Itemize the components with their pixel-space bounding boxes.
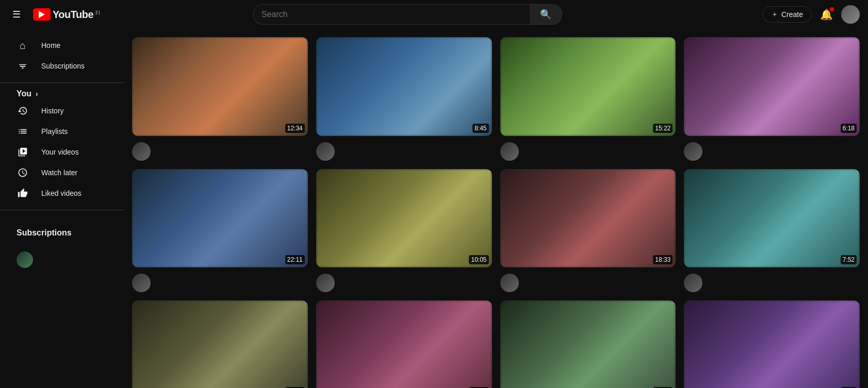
video-card-3[interactable]: 15:22: [500, 37, 676, 161]
video-meta-3: [525, 142, 676, 161]
video-meta-2: [341, 142, 492, 161]
create-label: Create: [781, 10, 803, 19]
channel-avatar-1[interactable]: [132, 142, 151, 161]
playlists-icon: [17, 126, 29, 137]
you-section-title[interactable]: You ›: [17, 89, 107, 98]
video-card-5[interactable]: 22:11: [132, 169, 308, 293]
video-card-11[interactable]: 14:16: [500, 300, 676, 388]
sidebar-item-home[interactable]: ⌂ Home: [4, 35, 120, 56]
video-grid: 12:34 8:45: [132, 37, 860, 388]
notification-dot: [830, 7, 834, 11]
video-duration-4: 6:18: [841, 124, 857, 133]
sidebar-item-liked-videos[interactable]: Liked videos: [4, 183, 120, 204]
video-meta-4: [709, 142, 860, 161]
video-card-8[interactable]: 7:52: [684, 169, 860, 293]
video-duration-3: 15:22: [653, 124, 673, 133]
subscription-avatar-1: [17, 251, 33, 268]
video-thumbnail-12: 9:44: [684, 300, 860, 388]
video-duration-1: 12:34: [285, 124, 305, 133]
video-meta-1: [157, 142, 308, 161]
video-card-10[interactable]: 11:28: [316, 300, 492, 388]
video-thumbnail-10: 11:28: [316, 300, 492, 388]
channel-avatar-4[interactable]: [684, 142, 702, 161]
notifications-button[interactable]: 🔔: [816, 4, 837, 25]
logo[interactable]: YouTube FI: [33, 8, 100, 21]
search-button[interactable]: 🔍: [530, 4, 562, 25]
video-card-9[interactable]: 25:47: [132, 300, 308, 388]
video-thumbnail-4: 6:18: [684, 37, 860, 136]
sidebar-item-history[interactable]: History: [4, 100, 120, 121]
channel-avatar-8[interactable]: [684, 274, 702, 292]
avatar: [841, 5, 860, 24]
your-videos-icon: [17, 147, 29, 157]
sidebar: ⌂ Home Subscriptions You ›: [0, 29, 124, 388]
video-thumbnail-11: 14:16: [500, 300, 676, 388]
sidebar-item-playlists[interactable]: Playlists: [4, 121, 120, 142]
menu-button[interactable]: ☰: [8, 5, 25, 24]
channel-avatar-2[interactable]: [316, 142, 335, 161]
subscriptions-section: Subscriptions: [0, 216, 124, 278]
header-right: ＋ Create 🔔: [762, 4, 860, 25]
channel-avatar-5[interactable]: [132, 274, 151, 292]
sidebar-label-history: History: [41, 107, 64, 115]
create-button[interactable]: ＋ Create: [762, 6, 812, 23]
video-duration-7: 18:33: [653, 255, 673, 264]
video-thumbnail-7: 18:33: [500, 169, 676, 268]
video-meta-8: [709, 274, 860, 292]
sidebar-item-subscriptions[interactable]: Subscriptions: [4, 56, 120, 76]
sidebar-item-your-videos[interactable]: Your videos: [4, 142, 120, 162]
app-layout: ⌂ Home Subscriptions You ›: [0, 0, 868, 388]
video-info-5: [132, 274, 308, 292]
you-label: You: [17, 89, 31, 98]
video-card-12[interactable]: 9:44: [684, 300, 860, 388]
subscription-item-1[interactable]: [4, 245, 120, 274]
sidebar-label-playlists: Playlists: [41, 127, 68, 136]
video-info-6: [316, 274, 492, 292]
video-thumbnail-5: 22:11: [132, 169, 308, 268]
video-thumbnail-9: 25:47: [132, 300, 308, 388]
video-info-3: [500, 142, 676, 161]
search-input[interactable]: [253, 4, 530, 25]
channel-avatar-7[interactable]: [500, 274, 519, 292]
you-section-header[interactable]: You ›: [4, 89, 120, 98]
header-left: ☰ YouTube FI: [8, 5, 132, 24]
sidebar-label-watch-later: Watch later: [41, 168, 77, 177]
watch-later-icon: [17, 167, 29, 178]
video-info-4: [684, 142, 860, 161]
sidebar-item-watch-later[interactable]: Watch later: [4, 162, 120, 183]
home-icon: ⌂: [17, 40, 29, 52]
video-info-7: [500, 274, 676, 292]
video-meta-5: [157, 274, 308, 292]
logo-text: YouTube: [53, 9, 93, 21]
create-plus-icon: ＋: [771, 10, 778, 19]
video-thumbnail-8: 7:52: [684, 169, 860, 268]
sidebar-label-home: Home: [41, 41, 60, 49]
header: ☰ YouTube FI 🔍 ＋ Create 🔔: [0, 0, 868, 29]
sidebar-divider-1: [0, 82, 124, 83]
user-avatar-button[interactable]: [841, 5, 860, 24]
video-card-1[interactable]: 12:34: [132, 37, 308, 161]
sidebar-label-your-videos: Your videos: [41, 148, 79, 156]
video-duration-2: 8:45: [472, 124, 488, 133]
video-meta-6: [341, 274, 492, 292]
video-card-2[interactable]: 8:45: [316, 37, 492, 161]
video-meta-7: [525, 274, 676, 292]
subscriptions-section-title: Subscriptions: [4, 223, 120, 243]
video-thumbnail-2: 8:45: [316, 37, 492, 136]
channel-avatar-6[interactable]: [316, 274, 335, 292]
subscriptions-icon: [17, 61, 29, 71]
video-info-8: [684, 274, 860, 292]
channel-avatar-3[interactable]: [500, 142, 519, 161]
history-icon: [17, 106, 29, 116]
video-card-6[interactable]: 10:05: [316, 169, 492, 293]
video-info-1: [132, 142, 308, 161]
sidebar-divider-2: [0, 210, 124, 210]
video-duration-8: 7:52: [841, 255, 857, 264]
video-card-7[interactable]: 18:33: [500, 169, 676, 293]
video-thumbnail-6: 10:05: [316, 169, 492, 268]
logo-country: FI: [95, 10, 100, 16]
video-thumbnail-3: 15:22: [500, 37, 676, 136]
video-card-4[interactable]: 6:18: [684, 37, 860, 161]
subscription-label-1: [41, 256, 43, 264]
video-info-2: [316, 142, 492, 161]
